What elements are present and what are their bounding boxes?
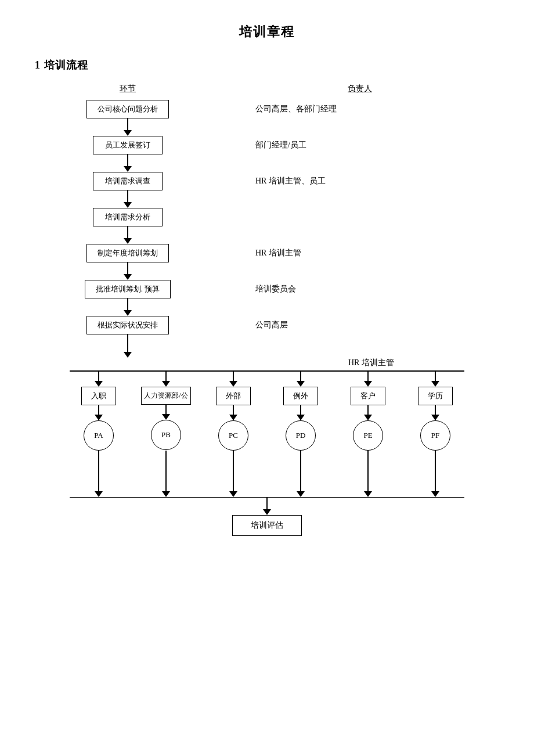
branch-box-4: 例外 bbox=[283, 387, 318, 405]
responsible-1: 公司高层、各部门经理 bbox=[221, 104, 499, 114]
branch-box-arrow-6 bbox=[431, 405, 439, 420]
final-arrow bbox=[263, 498, 271, 515]
bottom-h-line bbox=[35, 497, 499, 498]
responsible-3: HR 培训主管、员工 bbox=[221, 176, 499, 186]
branch-arrow-5 bbox=[364, 372, 372, 387]
arrow-3 bbox=[35, 190, 499, 208]
arrow-5 bbox=[35, 262, 499, 280]
branch-arrow-2 bbox=[162, 372, 170, 387]
responsible-2: 部门经理/员工 bbox=[221, 140, 499, 150]
flow-row-6: 批准培训筹划. 预算 培训委员会 bbox=[35, 280, 499, 298]
branch-item-2: 人力资源部/公 PB bbox=[137, 372, 195, 451]
arrow-4 bbox=[35, 226, 499, 244]
flow-row-3: 培训需求调查 HR 培训主管、员工 bbox=[35, 172, 499, 190]
branch-arrow-4 bbox=[297, 372, 305, 387]
branch-item-6: 学历 PF bbox=[406, 372, 464, 451]
branch-box-5: 客户 bbox=[351, 387, 385, 405]
branch-circle-2: PB bbox=[151, 420, 181, 450]
branch-box-arrow-1 bbox=[95, 405, 103, 420]
branch-box-arrow-3 bbox=[229, 405, 237, 420]
branch-box-arrow-4 bbox=[297, 405, 305, 420]
branch-circle-1: PA bbox=[84, 420, 114, 451]
flow-row-4: 培训需求分析 bbox=[35, 208, 499, 226]
flow-container: 环节 负责人 公司核心问题分析 公司高层、各部门经理 员工发展签订 部门经理/员… bbox=[35, 84, 499, 358]
step-box-6: 批准培训筹划. 预算 bbox=[85, 280, 171, 298]
branch-box-arrow-5 bbox=[364, 405, 372, 420]
arrow-1 bbox=[35, 118, 499, 136]
header-right: 负责人 bbox=[221, 84, 499, 94]
hr-label: HR 培训主管 bbox=[348, 358, 464, 368]
branch-box-2: 人力资源部/公 bbox=[141, 387, 190, 405]
step-box-3: 培训需求调查 bbox=[93, 172, 163, 190]
flow-row-7: 根据实际状况安排 公司高层 bbox=[35, 316, 499, 334]
bottom-arrow-item-5 bbox=[339, 451, 397, 497]
step-box-2: 员工发展签订 bbox=[93, 136, 163, 154]
branch-item-3: 外部 PC bbox=[204, 372, 262, 451]
arrow-2 bbox=[35, 154, 499, 172]
branch-arrow-3 bbox=[229, 372, 237, 387]
branch-item-1: 入职 PA bbox=[70, 372, 128, 451]
branches-row: 入职 PA 人力资源部/公 PB 外 bbox=[70, 372, 464, 451]
branch-arrow-6 bbox=[431, 372, 439, 387]
branch-item-4: 例外 PD bbox=[272, 372, 330, 451]
step-box-4: 培训需求分析 bbox=[93, 208, 163, 226]
branch-arrow-1 bbox=[95, 372, 103, 387]
page-title: 培训章程 bbox=[35, 23, 499, 41]
bottom-arrow-item-6 bbox=[406, 451, 464, 497]
step-box-7: 根据实际状况安排 bbox=[86, 316, 169, 334]
step-box-5: 制定年度培训筹划 bbox=[86, 244, 169, 262]
responsible-5: HR 培训主管 bbox=[221, 248, 499, 258]
bottom-arrow-item-3 bbox=[204, 451, 262, 497]
branch-circle-3: PC bbox=[218, 420, 248, 451]
hr-label-container: HR 培训主管 bbox=[70, 358, 464, 368]
bottom-arrow-item-2 bbox=[137, 451, 195, 497]
step-box-1: 公司核心问题分析 bbox=[86, 100, 169, 118]
responsible-6: 培训委员会 bbox=[221, 284, 499, 294]
branch-circle-4: PD bbox=[286, 420, 316, 451]
header-row: 环节 负责人 bbox=[35, 84, 499, 94]
section-title: 1 培训流程 bbox=[35, 58, 499, 72]
arrow-6 bbox=[35, 298, 499, 316]
branch-box-6: 学历 bbox=[418, 387, 453, 405]
flow-row-1: 公司核心问题分析 公司高层、各部门经理 bbox=[35, 100, 499, 118]
branch-box-3: 外部 bbox=[216, 387, 251, 405]
flow-row-2: 员工发展签订 部门经理/员工 bbox=[35, 136, 499, 154]
branch-h-line bbox=[35, 370, 499, 372]
final-box: 培训评估 bbox=[232, 515, 302, 536]
arrow-to-branch bbox=[35, 334, 499, 358]
bottom-arrow-item-4 bbox=[272, 451, 330, 497]
branch-box-arrow-2 bbox=[162, 405, 170, 420]
branch-circle-5: PE bbox=[353, 420, 383, 451]
bottom-arrows-row bbox=[70, 451, 464, 497]
header-left: 环节 bbox=[35, 84, 221, 94]
branch-section: HR 培训主管 入职 PA 人力资源部/公 bbox=[35, 358, 499, 536]
bottom-arrow-item-1 bbox=[70, 451, 128, 497]
flow-row-5: 制定年度培训筹划 HR 培训主管 bbox=[35, 244, 499, 262]
responsible-7: 公司高层 bbox=[221, 320, 499, 330]
branch-item-5: 客户 PE bbox=[339, 372, 397, 451]
branch-circle-6: PF bbox=[420, 420, 450, 451]
branch-box-1: 入职 bbox=[81, 387, 116, 405]
